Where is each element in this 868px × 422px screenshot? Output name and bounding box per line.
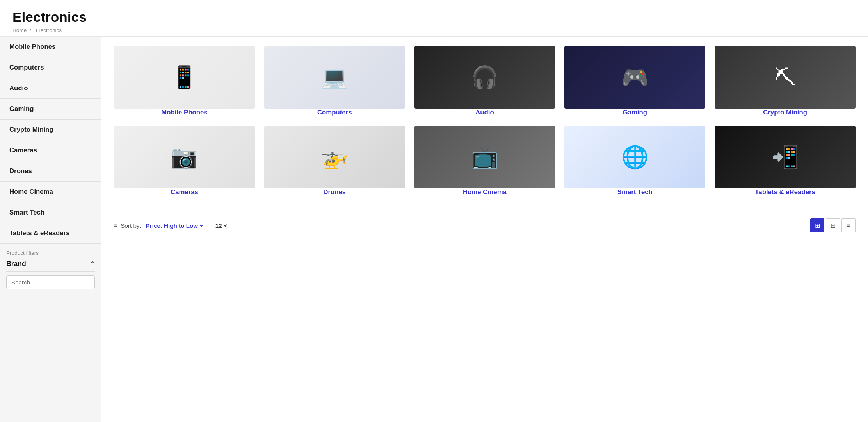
sidebar-link-home-cinema[interactable]: Home Cinema (0, 182, 101, 202)
page-header: Electronics Home / Electronics (0, 0, 868, 37)
sidebar-item-computers[interactable]: Computers (0, 57, 101, 78)
page-title: Electronics (12, 9, 856, 25)
breadcrumb-current: Electronics (36, 27, 62, 33)
brand-search-input[interactable] (6, 275, 95, 289)
sidebar-item-audio[interactable]: Audio (0, 78, 101, 99)
category-name-crypto-mining: Crypto Mining (715, 109, 856, 116)
brand-filter-header[interactable]: Brand ⌃ (6, 260, 95, 272)
sort-filter-icon: ≡ (114, 222, 117, 229)
sidebar-item-drones[interactable]: Drones (0, 161, 101, 182)
category-name-drones: Drones (264, 188, 405, 196)
category-image-audio: 🎧 (414, 46, 555, 109)
category-name-cameras: Cameras (114, 188, 255, 196)
sidebar: Mobile PhonesComputersAudioGamingCrypto … (0, 37, 101, 422)
category-image-crypto-mining: ⛏ (715, 46, 856, 109)
view-list-button[interactable]: ≡ (841, 218, 856, 232)
view-grid-button[interactable]: ⊞ (810, 218, 824, 232)
page-wrapper: Electronics Home / Electronics Mobile Ph… (0, 0, 868, 422)
category-image-gaming: 🎮 (564, 46, 705, 109)
category-card-audio[interactable]: 🎧Audio (414, 46, 555, 116)
content-area: Mobile PhonesComputersAudioGamingCrypto … (0, 37, 868, 422)
category-image-home-cinema: 📺 (414, 126, 555, 188)
sidebar-link-crypto-mining[interactable]: Crypto Mining (0, 120, 101, 140)
category-card-mobile-phones[interactable]: 📱Mobile Phones (114, 46, 255, 116)
sidebar-link-drones[interactable]: Drones (0, 161, 101, 181)
category-card-crypto-mining[interactable]: ⛏Crypto Mining (715, 46, 856, 116)
sidebar-item-tablets-ereaders[interactable]: Tablets & eReaders (0, 223, 101, 244)
view-grid-small-button[interactable]: ⊟ (826, 218, 840, 232)
category-name-smart-tech: Smart Tech (564, 188, 705, 196)
breadcrumb-separator: / (30, 27, 31, 33)
category-image-computers: 💻 (264, 46, 405, 109)
sidebar-link-tablets-ereaders[interactable]: Tablets & eReaders (0, 223, 101, 243)
sidebar-nav: Mobile PhonesComputersAudioGamingCrypto … (0, 37, 101, 244)
sidebar-item-cameras[interactable]: Cameras (0, 140, 101, 161)
filters-label: Product filters (6, 250, 95, 256)
sidebar-item-gaming[interactable]: Gaming (0, 99, 101, 120)
category-card-gaming[interactable]: 🎮Gaming (564, 46, 705, 116)
category-image-tablets-ereaders: 📲 (715, 126, 856, 188)
sort-select[interactable]: Price: High to Low Price: Low to High Ne… (144, 222, 205, 229)
category-image-cameras: 📷 (114, 126, 255, 188)
sort-by-label: Sort by: (121, 222, 141, 229)
sidebar-item-mobile-phones[interactable]: Mobile Phones (0, 37, 101, 57)
sort-bar: ≡ Sort by: Price: High to Low Price: Low… (114, 212, 856, 232)
category-name-home-cinema: Home Cinema (414, 188, 555, 196)
list-icon: ≡ (847, 222, 850, 229)
category-card-drones[interactable]: 🚁Drones (264, 126, 405, 196)
sidebar-item-crypto-mining[interactable]: Crypto Mining (0, 120, 101, 140)
category-card-tablets-ereaders[interactable]: 📲Tablets & eReaders (715, 126, 856, 196)
sidebar-link-mobile-phones[interactable]: Mobile Phones (0, 37, 101, 57)
category-image-mobile-phones: 📱 (114, 46, 255, 109)
category-name-mobile-phones: Mobile Phones (114, 109, 255, 116)
view-controls: ⊞ ⊟ ≡ (810, 218, 856, 232)
main-content: 📱Mobile Phones💻Computers🎧Audio🎮Gaming⛏Cr… (101, 37, 868, 422)
sidebar-link-computers[interactable]: Computers (0, 57, 101, 78)
brand-filter-section: Brand ⌃ (6, 260, 95, 289)
sidebar-item-home-cinema[interactable]: Home Cinema (0, 182, 101, 202)
category-name-gaming: Gaming (564, 109, 705, 116)
sidebar-link-gaming[interactable]: Gaming (0, 99, 101, 119)
category-grid: 📱Mobile Phones💻Computers🎧Audio🎮Gaming⛏Cr… (114, 46, 856, 196)
sidebar-link-smart-tech[interactable]: Smart Tech (0, 202, 101, 223)
sidebar-filters: Product filters Brand ⌃ (0, 244, 101, 289)
sort-left: ≡ Sort by: Price: High to Low Price: Low… (114, 222, 228, 229)
sidebar-link-cameras[interactable]: Cameras (0, 140, 101, 161)
breadcrumb: Home / Electronics (12, 27, 856, 33)
category-card-smart-tech[interactable]: 🌐Smart Tech (564, 126, 705, 196)
sidebar-item-smart-tech[interactable]: Smart Tech (0, 202, 101, 223)
category-name-computers: Computers (264, 109, 405, 116)
category-image-drones: 🚁 (264, 126, 405, 188)
category-card-home-cinema[interactable]: 📺Home Cinema (414, 126, 555, 196)
category-name-tablets-ereaders: Tablets & eReaders (715, 188, 856, 196)
per-page-select[interactable]: 12 24 48 (214, 222, 228, 229)
category-card-computers[interactable]: 💻Computers (264, 46, 405, 116)
chevron-up-icon: ⌃ (90, 260, 95, 268)
category-name-audio: Audio (414, 109, 555, 116)
grid-icon: ⊞ (815, 222, 820, 229)
category-card-cameras[interactable]: 📷Cameras (114, 126, 255, 196)
grid-small-icon: ⊟ (831, 222, 836, 229)
sidebar-link-audio[interactable]: Audio (0, 78, 101, 98)
brand-filter-label: Brand (6, 260, 26, 268)
brand-search-wrapper (6, 275, 95, 289)
category-image-smart-tech: 🌐 (564, 126, 705, 188)
breadcrumb-home[interactable]: Home (12, 27, 27, 33)
